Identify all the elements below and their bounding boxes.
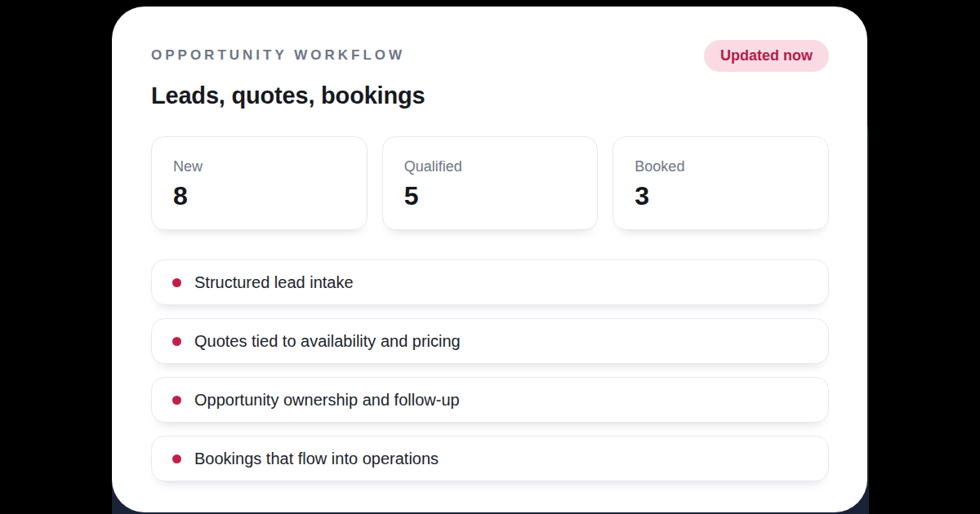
feature-label: Quotes tied to availability and pricing	[194, 332, 461, 351]
stat-card-booked: Booked 3	[612, 136, 829, 230]
feature-row-structured-lead-intake: Structured lead intake	[151, 259, 829, 305]
stat-value: 8	[173, 182, 347, 210]
stat-card-qualified: Qualified 5	[382, 136, 599, 230]
card-header: OPPORTUNITY WORKFLOW Updated now	[151, 39, 829, 72]
bullet-dot-icon	[172, 396, 181, 405]
feature-row-quotes-availability-pricing: Quotes tied to availability and pricing	[151, 318, 829, 364]
stat-label: New	[173, 158, 347, 176]
stage: OPPORTUNITY WORKFLOW Updated now Leads, …	[0, 0, 980, 514]
opportunity-workflow-card: OPPORTUNITY WORKFLOW Updated now Leads, …	[112, 7, 867, 512]
bullet-dot-icon	[172, 454, 181, 463]
stat-label: Booked	[635, 158, 808, 176]
feature-label: Opportunity ownership and follow-up	[194, 391, 460, 410]
stats-row: New 8 Qualified 5 Booked 3	[151, 136, 829, 230]
feature-list: Structured lead intake Quotes tied to av…	[151, 259, 829, 481]
updated-now-badge: Updated now	[704, 40, 829, 72]
feature-row-bookings-operations: Bookings that flow into operations	[151, 436, 829, 481]
feature-label: Structured lead intake	[194, 273, 354, 292]
eyebrow-label: OPPORTUNITY WORKFLOW	[151, 47, 405, 64]
feature-row-opportunity-ownership: Opportunity ownership and follow-up	[151, 377, 829, 423]
card-title: Leads, quotes, bookings	[151, 82, 829, 109]
stat-value: 5	[404, 182, 578, 210]
feature-label: Bookings that flow into operations	[194, 450, 439, 468]
stat-value: 3	[635, 182, 808, 210]
stat-card-new: New 8	[151, 136, 368, 230]
bullet-dot-icon	[172, 278, 181, 287]
stat-label: Qualified	[404, 158, 578, 176]
bullet-dot-icon	[172, 337, 181, 346]
